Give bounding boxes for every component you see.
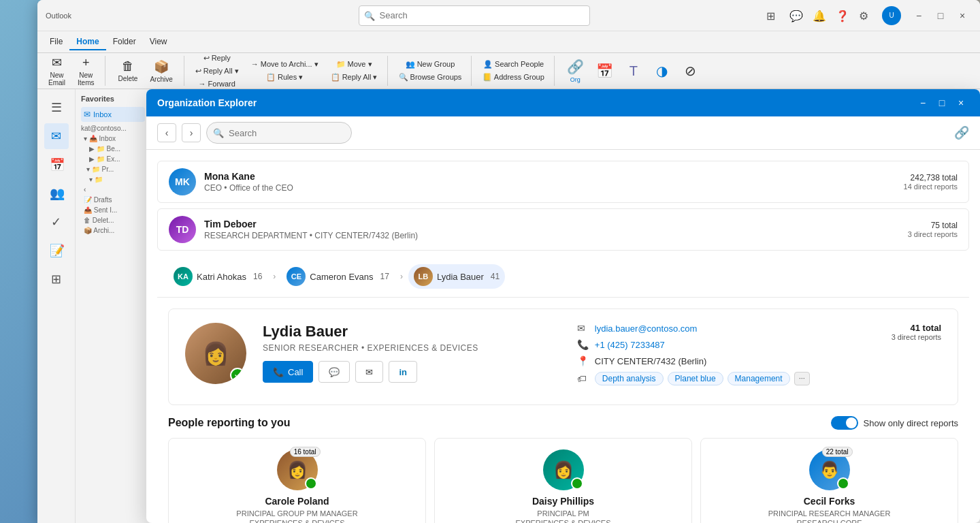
report-card-cecil[interactable]: 👨 22 total Cecil Forks PRINCIPAL RESEARC…	[700, 438, 958, 523]
search-people-button[interactable]: 👤 Search People	[478, 59, 548, 70]
archive-label: Archive	[150, 76, 172, 83]
sidebar-sub-item[interactable]: ▾ 📁	[86, 174, 145, 185]
delete-label: Delete	[118, 75, 137, 82]
sidebar-pr-item[interactable]: ▾ 📁 Pr...	[84, 164, 145, 174]
org-search-input[interactable]	[206, 122, 352, 144]
profile-total: 41 total	[892, 323, 941, 333]
move-button[interactable]: 📁 Move ▾	[327, 59, 382, 70]
profile-card: 👩 Lydia Bauer SENIOR RESEARCHER • EXPERI…	[168, 308, 958, 405]
inbox-fav-item[interactable]: ✉ Inbox	[81, 107, 145, 122]
mail-nav-icon[interactable]: ✉	[44, 123, 69, 149]
mona-kane-stats: 242,738 total 14 direct reports	[904, 173, 958, 191]
archive-button[interactable]: 📦 Archive	[144, 57, 178, 86]
cecil-total: 22 total	[822, 447, 853, 457]
chat-icon[interactable]: 💬	[789, 10, 802, 22]
org-forward-button[interactable]: ›	[182, 123, 201, 142]
people-nav-icon[interactable]: 👥	[44, 180, 69, 206]
forward-button[interactable]: → Forward	[191, 78, 243, 89]
new-email-label: NewEmail	[48, 72, 65, 86]
tag-management[interactable]: Management	[728, 372, 790, 385]
teams-button[interactable]: T	[620, 61, 647, 82]
schedule-button[interactable]: 📅	[591, 60, 619, 82]
mona-kane-role-sep: •	[224, 183, 229, 193]
ribbon-tab-file[interactable]: File	[43, 34, 69, 50]
tim-deboer-stats: 75 total 3 direct reports	[908, 221, 958, 238]
sidebar-sent-item[interactable]: 📤 Sent I...	[81, 205, 145, 215]
cecil-name: Cecil Forks	[712, 496, 947, 507]
chat-button[interactable]: 💬	[318, 361, 350, 383]
sidebar-deleted-item[interactable]: 🗑 Delet...	[81, 215, 145, 225]
report-card-daisy[interactable]: 👩 Daisy Phillips PRINCIPAL PM EXPERIENCE…	[434, 438, 692, 523]
tim-deboer-row[interactable]: TD Tim Deboer RESEARCH DEPARTMENT • CITY…	[157, 208, 969, 251]
sidebar-inbox-item[interactable]: ▾ 📥 Inbox	[81, 133, 145, 144]
tasks-nav-icon[interactable]: ✓	[44, 209, 69, 235]
tag-planet-blue[interactable]: Planet blue	[668, 372, 723, 385]
bell-icon[interactable]: 🔔	[813, 10, 825, 22]
address-group-button[interactable]: 📒 Address Group	[478, 72, 548, 83]
reply-all-button[interactable]: ↩ Reply All ▾	[191, 65, 243, 77]
email-link[interactable]: lydia.bauer@contoso.com	[595, 323, 698, 334]
cortana-button[interactable]: ◑	[649, 60, 676, 82]
report-card-carole[interactable]: 👩 16 total Carole Poland PRINCIPAL GROUP…	[168, 438, 426, 523]
phone-link[interactable]: +1 (425) 7233487	[595, 340, 665, 350]
ribbon: File Home Folder View ✉ NewEmail + NewIt…	[37, 31, 980, 89]
apps-nav-icon[interactable]: ⊞	[44, 266, 69, 292]
rules-button[interactable]: 📋 Rules ▾	[247, 72, 323, 83]
grid-icon[interactable]: ⊞	[766, 10, 779, 22]
reply-button[interactable]: ↩ Reply	[191, 52, 243, 64]
search-input[interactable]	[359, 5, 590, 26]
lydia-chain-avatar: LB	[414, 267, 433, 286]
notes-nav-icon[interactable]: 📝	[44, 238, 69, 264]
new-email-button[interactable]: ✉ NewEmail	[43, 52, 71, 89]
katri-name: Katri Ahokas	[197, 272, 246, 282]
help-icon[interactable]: ❓	[836, 10, 848, 22]
chain-katri[interactable]: KA Katri Ahokas 16	[168, 264, 267, 289]
direct-reports-toggle[interactable]	[831, 416, 858, 430]
org-minimize-button[interactable]: −	[915, 95, 931, 111]
chain-arrow-2: ›	[400, 272, 403, 281]
sidebar-drafts-item[interactable]: 📝 Drafts	[81, 195, 145, 205]
delete-icon: 🗑	[122, 59, 134, 74]
new-items-label: NewItems	[78, 72, 94, 86]
new-items-button[interactable]: + NewItems	[72, 53, 99, 89]
move-to-archive-button[interactable]: → Move to Archi... ▾	[247, 59, 323, 70]
new-group-button[interactable]: 👥 New Group	[395, 59, 466, 70]
org-back-button[interactable]: ‹	[157, 123, 176, 142]
collapse-arrow[interactable]: ‹	[81, 185, 145, 195]
daisy-status	[571, 477, 583, 490]
org-explorer-button[interactable]: 🔗 Org	[561, 56, 589, 86]
ribbon-tab-home[interactable]: Home	[69, 34, 105, 50]
toggle-wrap: Show only direct reports	[831, 416, 958, 430]
email-button[interactable]: ✉	[355, 361, 383, 383]
calendar-nav-icon[interactable]: 📅	[44, 152, 69, 178]
tags-more[interactable]: ···	[794, 372, 810, 385]
sidebar-e-item[interactable]: ▶ 📁 Ex...	[86, 154, 145, 164]
linkedin-button[interactable]: in	[389, 361, 417, 383]
reply-all2-button[interactable]: 📋 Reply All ▾	[327, 72, 382, 83]
tag-depth-analysis[interactable]: Depth analysis	[595, 372, 664, 385]
org-close-button[interactable]: ×	[953, 95, 969, 111]
close-button[interactable]: ×	[953, 6, 972, 25]
chain-cameron[interactable]: CE Cameron Evans 17	[281, 264, 395, 289]
browse-groups-button[interactable]: 🔍 Browse Groups	[395, 72, 466, 83]
user-avatar[interactable]: U	[882, 6, 901, 25]
org-explorer-header: Organization Explorer − □ ×	[146, 89, 980, 116]
settings-icon[interactable]: ⚙	[859, 10, 871, 22]
org-share-icon[interactable]: 🔗	[954, 125, 969, 140]
mona-kane-row[interactable]: MK Mona Kane CEO • Office of the CEO 242…	[157, 161, 969, 203]
ribbon-tab-folder[interactable]: Folder	[106, 34, 143, 50]
minimize-button[interactable]: −	[909, 6, 928, 25]
hamburger-icon[interactable]: ☰	[44, 95, 69, 121]
search-icon: 🔍	[364, 10, 375, 20]
sidebar-b-item[interactable]: ▶ 📁 Be...	[86, 144, 145, 154]
maximize-button[interactable]: □	[931, 6, 950, 25]
sidebar-archive-item[interactable]: 📦 Archi...	[81, 225, 145, 236]
call-button[interactable]: 📞 Call	[263, 361, 313, 383]
ribbon-tab-view[interactable]: View	[143, 34, 174, 50]
org-maximize-button[interactable]: □	[934, 95, 950, 111]
mona-direct: 14 direct reports	[904, 183, 958, 191]
delete-button[interactable]: 🗑 Delete	[112, 57, 143, 85]
favorites-label: Favorites	[81, 95, 145, 103]
more-button[interactable]: ⊘	[677, 60, 704, 82]
chain-lydia[interactable]: LB Lydia Bauer 41	[408, 264, 505, 289]
